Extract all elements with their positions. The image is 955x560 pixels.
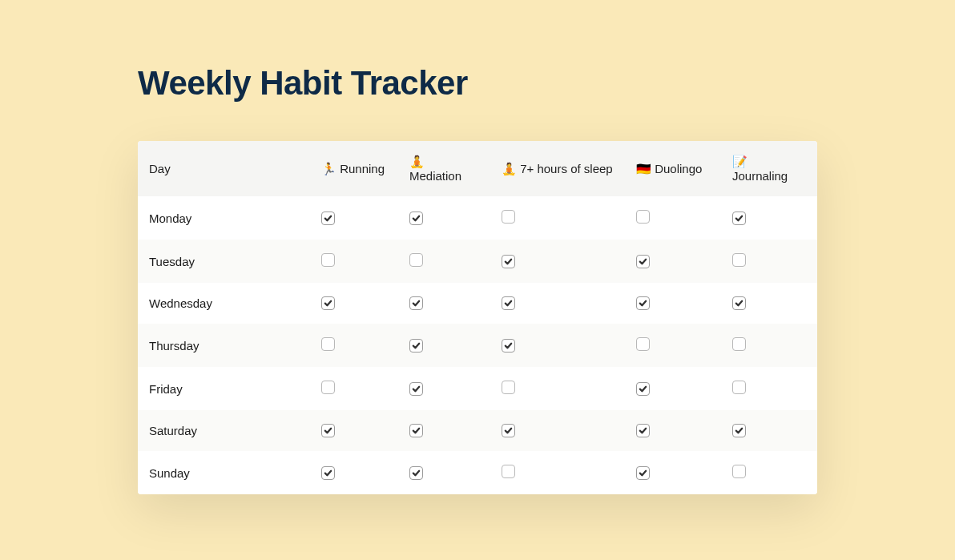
day-cell: Monday xyxy=(138,196,310,240)
table-row: Sunday xyxy=(138,451,817,494)
habit-cell xyxy=(310,283,398,324)
habit-cell xyxy=(398,196,490,240)
day-cell: Sunday xyxy=(138,451,310,494)
habit-checkbox[interactable] xyxy=(409,296,423,310)
habit-tracker-table: Day 🏃 Running 🧘 Mediation 🧘 7+ hours of … xyxy=(138,141,817,494)
column-header-sleep: 🧘 7+ hours of sleep xyxy=(490,141,625,196)
habit-cell xyxy=(490,324,625,367)
day-cell: Wednesday xyxy=(138,283,310,324)
habit-cell xyxy=(721,324,817,367)
habit-cell xyxy=(310,367,398,410)
table-row: Tuesday xyxy=(138,240,817,283)
day-cell: Saturday xyxy=(138,410,310,451)
habit-cell xyxy=(625,410,721,451)
habit-cell xyxy=(721,196,817,240)
habit-cell xyxy=(625,196,721,240)
habit-cell xyxy=(490,283,625,324)
habit-checkbox[interactable] xyxy=(502,381,515,394)
column-header-mediation: 🧘 Mediation xyxy=(398,141,490,196)
habit-checkbox[interactable] xyxy=(732,212,746,225)
habit-checkbox[interactable] xyxy=(409,382,423,396)
habit-cell xyxy=(625,283,721,324)
day-cell: Friday xyxy=(138,367,310,410)
column-header-running: 🏃 Running xyxy=(310,141,398,196)
habit-checkbox[interactable] xyxy=(636,424,650,437)
habit-cell xyxy=(490,196,625,240)
table-row: Wednesday xyxy=(138,283,817,324)
habit-checkbox[interactable] xyxy=(502,339,515,353)
habit-checkbox[interactable] xyxy=(732,337,746,351)
habit-checkbox[interactable] xyxy=(502,296,515,310)
habit-checkbox[interactable] xyxy=(409,424,423,437)
habit-cell xyxy=(310,324,398,367)
habit-cell xyxy=(625,324,721,367)
habit-cell xyxy=(721,451,817,494)
habit-cell xyxy=(490,367,625,410)
habit-checkbox[interactable] xyxy=(321,296,335,310)
habit-checkbox[interactable] xyxy=(732,424,746,437)
habit-cell xyxy=(490,451,625,494)
habit-checkbox[interactable] xyxy=(409,212,423,225)
habit-checkbox[interactable] xyxy=(321,337,335,351)
table-header-row: Day 🏃 Running 🧘 Mediation 🧘 7+ hours of … xyxy=(138,141,817,196)
habit-cell xyxy=(490,240,625,283)
habit-cell xyxy=(490,410,625,451)
table-row: Thursday xyxy=(138,324,817,367)
habit-cell xyxy=(721,367,817,410)
habit-checkbox[interactable] xyxy=(636,337,650,351)
day-cell: Thursday xyxy=(138,324,310,367)
habit-tracker-card: Day 🏃 Running 🧘 Mediation 🧘 7+ hours of … xyxy=(138,141,817,494)
habit-checkbox[interactable] xyxy=(321,466,335,480)
column-header-day: Day xyxy=(138,141,310,196)
habit-checkbox[interactable] xyxy=(409,339,423,353)
habit-checkbox[interactable] xyxy=(409,253,423,267)
habit-cell xyxy=(310,240,398,283)
habit-cell xyxy=(310,196,398,240)
habit-cell xyxy=(310,451,398,494)
habit-checkbox[interactable] xyxy=(321,253,335,267)
habit-cell xyxy=(625,240,721,283)
habit-checkbox[interactable] xyxy=(636,210,650,224)
habit-cell xyxy=(625,451,721,494)
habit-checkbox[interactable] xyxy=(321,381,335,394)
habit-checkbox[interactable] xyxy=(321,424,335,437)
habit-cell xyxy=(398,410,490,451)
habit-checkbox[interactable] xyxy=(732,253,746,267)
habit-cell xyxy=(721,410,817,451)
habit-checkbox[interactable] xyxy=(502,465,515,478)
habit-checkbox[interactable] xyxy=(502,210,515,224)
table-row: Saturday xyxy=(138,410,817,451)
habit-checkbox[interactable] xyxy=(409,466,423,480)
habit-checkbox[interactable] xyxy=(732,381,746,394)
column-header-duolingo: 🇩🇪 Duolingo xyxy=(625,141,721,196)
habit-checkbox[interactable] xyxy=(636,382,650,396)
habit-checkbox[interactable] xyxy=(321,212,335,225)
habit-checkbox[interactable] xyxy=(732,296,746,310)
habit-checkbox[interactable] xyxy=(502,255,515,268)
habit-cell xyxy=(721,283,817,324)
habit-checkbox[interactable] xyxy=(732,465,746,478)
habit-cell xyxy=(721,240,817,283)
habit-checkbox[interactable] xyxy=(636,255,650,268)
habit-cell xyxy=(398,367,490,410)
habit-checkbox[interactable] xyxy=(636,296,650,310)
day-cell: Tuesday xyxy=(138,240,310,283)
habit-cell xyxy=(625,367,721,410)
table-row: Monday xyxy=(138,196,817,240)
table-row: Friday xyxy=(138,367,817,410)
habit-cell xyxy=(310,410,398,451)
habit-cell xyxy=(398,451,490,494)
habit-cell xyxy=(398,324,490,367)
habit-checkbox[interactable] xyxy=(502,424,515,437)
habit-cell xyxy=(398,283,490,324)
page-title: Weekly Habit Tracker xyxy=(138,64,817,103)
habit-cell xyxy=(398,240,490,283)
column-header-journaling: 📝 Journaling xyxy=(721,141,817,196)
habit-checkbox[interactable] xyxy=(636,466,650,480)
